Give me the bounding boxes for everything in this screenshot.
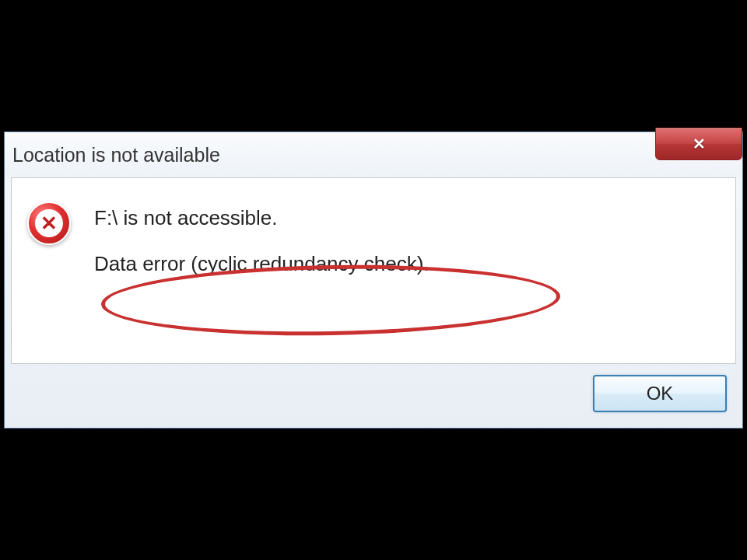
message-line-2: Data error (cyclic redundancy check). — [94, 252, 430, 276]
close-button[interactable]: ✕ — [655, 128, 742, 160]
error-dialog: Location is not available ✕ ✕ F:\ is not… — [4, 131, 743, 429]
dialog-title: Location is not available — [12, 144, 220, 166]
message-line-1: F:\ is not accessible. — [94, 206, 720, 230]
button-row: OK — [5, 364, 742, 428]
ok-button[interactable]: OK — [593, 375, 727, 412]
close-icon: ✕ — [693, 135, 706, 153]
message-text: F:\ is not accessible. Data error (cycli… — [94, 201, 720, 276]
dialog-content: ✕ F:\ is not accessible. Data error (cyc… — [11, 177, 736, 364]
message-row: ✕ F:\ is not accessible. Data error (cyc… — [27, 201, 720, 276]
dialog-titlebar[interactable]: Location is not available ✕ — [5, 132, 742, 177]
error-icon: ✕ — [27, 201, 71, 245]
